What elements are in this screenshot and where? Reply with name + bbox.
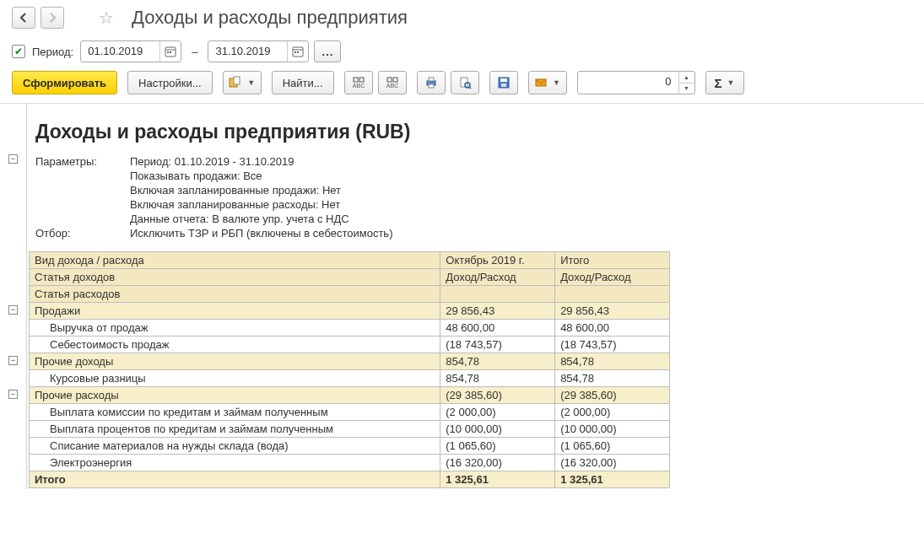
svg-rect-14 bbox=[393, 78, 397, 82]
row-name: Прочие доходы bbox=[30, 353, 440, 370]
param-line: Данные отчета: В валюте упр. учета с НДС bbox=[130, 213, 916, 225]
col-header: Вид дохода / расхода bbox=[30, 252, 440, 269]
row-name: Выплата комиссии по кредитам и займам по… bbox=[30, 404, 440, 421]
collapse-toggle[interactable]: − bbox=[8, 390, 18, 399]
save-button[interactable] bbox=[489, 71, 518, 94]
row-value: (29 385,60) bbox=[555, 387, 670, 404]
sigma-button[interactable]: Σ ▼ bbox=[705, 71, 744, 94]
row-name: Списание материалов на нужды склада (вод… bbox=[30, 438, 440, 455]
row-value: 854,78 bbox=[440, 353, 555, 370]
chevron-down-icon: ▼ bbox=[553, 78, 560, 87]
row-value: (1 065,60) bbox=[440, 438, 555, 455]
row-name: Продажи bbox=[30, 303, 440, 320]
email-button[interactable]: ▼ bbox=[528, 71, 567, 94]
chevron-down-icon: ▼ bbox=[247, 78, 255, 87]
row-value: 29 856,43 bbox=[440, 303, 555, 320]
col-header: Статья расходов bbox=[30, 286, 440, 303]
spin-up-button[interactable]: ▲ bbox=[679, 72, 694, 83]
row-value: (16 320,00) bbox=[555, 455, 670, 471]
row-value: (16 320,00) bbox=[440, 455, 555, 471]
report-table: Вид дохода / расхода Октябрь 2019 г. Ито… bbox=[29, 251, 670, 488]
print-button[interactable] bbox=[417, 71, 446, 94]
collapse-toggle[interactable]: − bbox=[8, 154, 18, 164]
period-label: Период: bbox=[32, 46, 73, 58]
svg-rect-11 bbox=[359, 78, 364, 82]
svg-rect-23 bbox=[500, 78, 507, 82]
expand-all-button[interactable]: ABC bbox=[344, 71, 373, 94]
col-header: Статья доходов bbox=[30, 269, 440, 286]
row-value: 854,78 bbox=[555, 370, 670, 387]
col-header: Доход/Расход bbox=[555, 269, 670, 286]
report-title: Доходы и расходы предприятия (RUB) bbox=[27, 104, 924, 155]
period-to-field[interactable]: 31.10.2019 bbox=[208, 40, 309, 62]
period-from-field[interactable]: 01.10.2019 bbox=[80, 40, 181, 62]
row-value: (29 385,60) bbox=[440, 387, 555, 404]
row-value: (10 000,00) bbox=[440, 421, 555, 438]
row-value: 29 856,43 bbox=[555, 303, 670, 320]
preview-button[interactable] bbox=[451, 71, 479, 94]
row-value: (10 000,00) bbox=[555, 421, 670, 438]
row-name: Электроэнергия bbox=[30, 455, 440, 471]
svg-rect-10 bbox=[354, 78, 358, 82]
sum-value[interactable]: 0 bbox=[578, 72, 679, 94]
svg-line-21 bbox=[469, 87, 471, 89]
favorite-star-icon[interactable]: ☆ bbox=[95, 7, 118, 29]
period-dash: – bbox=[192, 46, 197, 58]
row-name: Курсовые разницы bbox=[30, 370, 440, 387]
nav-forward-button[interactable] bbox=[41, 7, 64, 29]
row-value: 48 600,00 bbox=[555, 320, 670, 337]
row-value: (2 000,00) bbox=[440, 404, 555, 421]
filter-line: Исключить ТЗР и РБП (включены в себестои… bbox=[130, 227, 916, 240]
param-line: Включая запланированные расходы: Нет bbox=[130, 198, 916, 211]
period-picker-button[interactable]: ... bbox=[314, 40, 341, 62]
row-value: (2 000,00) bbox=[555, 404, 670, 421]
row-name: Себестоимость продаж bbox=[30, 337, 440, 353]
collapse-toggle[interactable]: − bbox=[8, 305, 18, 315]
row-name: Выручка от продаж bbox=[30, 320, 440, 337]
param-line: Включая запланированные продажи: Нет bbox=[130, 184, 916, 197]
collapse-all-button[interactable]: ABC bbox=[378, 71, 407, 94]
row-value: 1 325,61 bbox=[440, 471, 555, 488]
row-value: 1 325,61 bbox=[555, 471, 670, 488]
svg-text:ABC: ABC bbox=[352, 83, 364, 89]
row-value: (18 743,57) bbox=[555, 337, 670, 353]
spin-down-button[interactable]: ▼ bbox=[679, 83, 694, 94]
chevron-down-icon: ▼ bbox=[727, 78, 735, 87]
param-line: Показывать продажи: Все bbox=[130, 170, 916, 182]
col-header: Октябрь 2019 г. bbox=[440, 252, 555, 269]
generate-button[interactable]: Сформировать bbox=[12, 71, 117, 94]
svg-rect-9 bbox=[234, 77, 240, 84]
row-value: 48 600,00 bbox=[440, 320, 555, 337]
row-value: 854,78 bbox=[440, 370, 555, 387]
row-value: 854,78 bbox=[555, 353, 670, 370]
col-header: Итого bbox=[555, 252, 670, 269]
collapse-toggle[interactable]: − bbox=[8, 356, 18, 365]
svg-rect-2 bbox=[167, 51, 169, 53]
period-from-value[interactable]: 01.10.2019 bbox=[81, 41, 160, 62]
svg-rect-18 bbox=[429, 84, 434, 88]
row-name: Итого bbox=[30, 471, 440, 488]
sum-field[interactable]: 0 ▲ ▼ bbox=[577, 71, 695, 94]
nav-back-button[interactable] bbox=[12, 7, 35, 29]
calendar-icon[interactable] bbox=[160, 41, 181, 62]
svg-rect-13 bbox=[387, 78, 392, 82]
page-title: Доходы и расходы предприятия bbox=[132, 7, 408, 29]
svg-rect-3 bbox=[170, 51, 171, 53]
variants-button[interactable]: ▼ bbox=[223, 71, 262, 94]
period-to-value[interactable]: 31.10.2019 bbox=[208, 41, 288, 62]
col-header: Доход/Расход bbox=[440, 269, 555, 286]
svg-rect-24 bbox=[501, 83, 506, 87]
outline-gutter: − −−− bbox=[0, 104, 27, 489]
svg-rect-17 bbox=[429, 78, 434, 81]
filter-label: Отбор: bbox=[35, 227, 130, 240]
calendar-icon[interactable] bbox=[288, 41, 308, 62]
period-checkbox[interactable]: ✔ bbox=[12, 45, 25, 58]
row-name: Прочие расходы bbox=[30, 387, 440, 404]
settings-button[interactable]: Настройки... bbox=[127, 71, 213, 94]
params-label: Параметры: bbox=[35, 155, 130, 168]
row-value: (1 065,60) bbox=[555, 438, 670, 455]
find-button[interactable]: Найти... bbox=[272, 71, 334, 94]
svg-text:ABC: ABC bbox=[386, 83, 397, 89]
param-line: Период: 01.10.2019 - 31.10.2019 bbox=[130, 155, 916, 168]
row-value: (18 743,57) bbox=[440, 337, 555, 353]
